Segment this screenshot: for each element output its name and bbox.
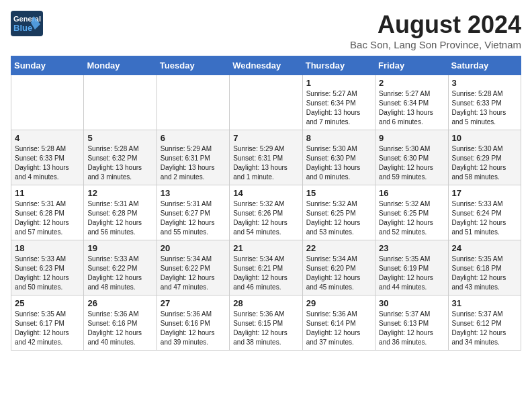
svg-text:Blue: Blue <box>13 23 32 33</box>
weekday-header-wednesday: Wednesday <box>230 56 302 75</box>
day-info: Sunrise: 5:32 AM Sunset: 6:25 PM Dayligh… <box>306 199 371 237</box>
day-info: Sunrise: 5:30 AM Sunset: 6:29 PM Dayligh… <box>452 144 517 182</box>
day-cell: 19Sunrise: 5:33 AM Sunset: 6:22 PM Dayli… <box>84 240 157 295</box>
day-cell: 29Sunrise: 5:36 AM Sunset: 6:14 PM Dayli… <box>302 295 375 351</box>
day-cell: 11Sunrise: 5:31 AM Sunset: 6:28 PM Dayli… <box>11 185 84 240</box>
weekday-header: SundayMondayTuesdayWednesdayThursdayFrid… <box>11 56 521 75</box>
weekday-header-thursday: Thursday <box>302 56 375 75</box>
day-info: Sunrise: 5:33 AM Sunset: 6:24 PM Dayligh… <box>452 199 517 237</box>
day-cell: 20Sunrise: 5:34 AM Sunset: 6:22 PM Dayli… <box>157 240 229 295</box>
day-cell <box>11 75 84 130</box>
day-number: 18 <box>15 243 80 253</box>
weekday-header-sunday: Sunday <box>11 56 84 75</box>
day-info: Sunrise: 5:34 AM Sunset: 6:21 PM Dayligh… <box>233 255 298 292</box>
weekday-header-saturday: Saturday <box>448 56 521 75</box>
day-cell: 10Sunrise: 5:30 AM Sunset: 6:29 PM Dayli… <box>448 130 521 185</box>
day-info: Sunrise: 5:30 AM Sunset: 6:30 PM Dayligh… <box>306 144 371 182</box>
day-cell: 25Sunrise: 5:35 AM Sunset: 6:17 PM Dayli… <box>11 295 84 351</box>
day-cell: 30Sunrise: 5:37 AM Sunset: 6:13 PM Dayli… <box>375 295 448 351</box>
week-row-5: 25Sunrise: 5:35 AM Sunset: 6:17 PM Dayli… <box>11 295 521 351</box>
day-number: 16 <box>379 188 444 198</box>
day-number: 11 <box>15 188 80 198</box>
day-cell: 2Sunrise: 5:27 AM Sunset: 6:34 PM Daylig… <box>375 75 448 130</box>
day-info: Sunrise: 5:28 AM Sunset: 6:32 PM Dayligh… <box>87 144 152 182</box>
day-cell <box>157 75 229 130</box>
day-number: 1 <box>306 78 371 88</box>
day-cell: 3Sunrise: 5:28 AM Sunset: 6:33 PM Daylig… <box>448 75 521 130</box>
day-cell: 14Sunrise: 5:32 AM Sunset: 6:26 PM Dayli… <box>230 185 302 240</box>
day-number: 17 <box>452 188 517 198</box>
day-number: 30 <box>379 298 444 308</box>
week-row-1: 1Sunrise: 5:27 AM Sunset: 6:34 PM Daylig… <box>11 75 521 130</box>
day-cell: 16Sunrise: 5:32 AM Sunset: 6:25 PM Dayli… <box>375 185 448 240</box>
day-number: 10 <box>452 133 517 143</box>
day-info: Sunrise: 5:32 AM Sunset: 6:26 PM Dayligh… <box>233 199 298 237</box>
day-cell: 15Sunrise: 5:32 AM Sunset: 6:25 PM Dayli… <box>302 185 375 240</box>
day-info: Sunrise: 5:28 AM Sunset: 6:33 PM Dayligh… <box>15 144 80 182</box>
day-number: 2 <box>379 78 444 88</box>
day-number: 25 <box>15 298 80 308</box>
header: General Blue August 2024 Bac Son, Lang S… <box>11 11 521 50</box>
week-row-3: 11Sunrise: 5:31 AM Sunset: 6:28 PM Dayli… <box>11 185 521 240</box>
day-info: Sunrise: 5:36 AM Sunset: 6:16 PM Dayligh… <box>161 310 226 347</box>
day-cell: 24Sunrise: 5:35 AM Sunset: 6:18 PM Dayli… <box>448 240 521 295</box>
day-info: Sunrise: 5:33 AM Sunset: 6:22 PM Dayligh… <box>87 255 152 292</box>
day-cell: 8Sunrise: 5:30 AM Sunset: 6:30 PM Daylig… <box>302 130 375 185</box>
day-cell: 21Sunrise: 5:34 AM Sunset: 6:21 PM Dayli… <box>230 240 302 295</box>
day-info: Sunrise: 5:32 AM Sunset: 6:25 PM Dayligh… <box>379 199 444 237</box>
day-number: 3 <box>452 78 517 88</box>
day-number: 31 <box>452 298 517 308</box>
day-info: Sunrise: 5:30 AM Sunset: 6:30 PM Dayligh… <box>379 144 444 182</box>
day-number: 7 <box>233 133 298 143</box>
day-cell: 1Sunrise: 5:27 AM Sunset: 6:34 PM Daylig… <box>302 75 375 130</box>
day-info: Sunrise: 5:29 AM Sunset: 6:31 PM Dayligh… <box>161 144 226 182</box>
day-info: Sunrise: 5:34 AM Sunset: 6:20 PM Dayligh… <box>306 255 371 292</box>
day-cell <box>84 75 157 130</box>
day-info: Sunrise: 5:27 AM Sunset: 6:34 PM Dayligh… <box>306 89 371 127</box>
day-number: 6 <box>161 133 226 143</box>
day-info: Sunrise: 5:34 AM Sunset: 6:22 PM Dayligh… <box>161 255 226 292</box>
day-info: Sunrise: 5:33 AM Sunset: 6:23 PM Dayligh… <box>15 255 80 292</box>
day-info: Sunrise: 5:35 AM Sunset: 6:18 PM Dayligh… <box>452 255 517 292</box>
day-info: Sunrise: 5:36 AM Sunset: 6:14 PM Dayligh… <box>306 310 371 347</box>
calendar-body: 1Sunrise: 5:27 AM Sunset: 6:34 PM Daylig… <box>11 75 521 351</box>
day-cell: 4Sunrise: 5:28 AM Sunset: 6:33 PM Daylig… <box>11 130 84 185</box>
day-info: Sunrise: 5:37 AM Sunset: 6:13 PM Dayligh… <box>379 310 444 347</box>
day-number: 24 <box>452 243 517 253</box>
day-number: 26 <box>87 298 152 308</box>
day-cell: 12Sunrise: 5:31 AM Sunset: 6:28 PM Dayli… <box>84 185 157 240</box>
day-cell: 13Sunrise: 5:31 AM Sunset: 6:27 PM Dayli… <box>157 185 229 240</box>
day-cell: 28Sunrise: 5:36 AM Sunset: 6:15 PM Dayli… <box>230 295 302 351</box>
week-row-4: 18Sunrise: 5:33 AM Sunset: 6:23 PM Dayli… <box>11 240 521 295</box>
day-info: Sunrise: 5:36 AM Sunset: 6:16 PM Dayligh… <box>87 310 152 347</box>
day-cell: 31Sunrise: 5:37 AM Sunset: 6:12 PM Dayli… <box>448 295 521 351</box>
weekday-header-tuesday: Tuesday <box>157 56 229 75</box>
day-number: 19 <box>87 243 152 253</box>
day-number: 20 <box>161 243 226 253</box>
day-cell: 9Sunrise: 5:30 AM Sunset: 6:30 PM Daylig… <box>375 130 448 185</box>
month-title: August 2024 <box>350 11 521 39</box>
day-number: 15 <box>306 188 371 198</box>
location-title: Bac Son, Lang Son Province, Vietnam <box>350 39 521 50</box>
day-number: 22 <box>306 243 371 253</box>
calendar-table: SundayMondayTuesdayWednesdayThursdayFrid… <box>11 56 521 351</box>
day-cell: 17Sunrise: 5:33 AM Sunset: 6:24 PM Dayli… <box>448 185 521 240</box>
logo: General Blue <box>11 11 43 36</box>
day-number: 5 <box>87 133 152 143</box>
day-cell: 26Sunrise: 5:36 AM Sunset: 6:16 PM Dayli… <box>84 295 157 351</box>
day-number: 4 <box>15 133 80 143</box>
day-info: Sunrise: 5:31 AM Sunset: 6:28 PM Dayligh… <box>87 199 152 237</box>
day-cell: 23Sunrise: 5:35 AM Sunset: 6:19 PM Dayli… <box>375 240 448 295</box>
day-info: Sunrise: 5:37 AM Sunset: 6:12 PM Dayligh… <box>452 310 517 347</box>
day-number: 13 <box>161 188 226 198</box>
weekday-header-monday: Monday <box>84 56 157 75</box>
day-cell: 6Sunrise: 5:29 AM Sunset: 6:31 PM Daylig… <box>157 130 229 185</box>
day-number: 23 <box>379 243 444 253</box>
weekday-header-friday: Friday <box>375 56 448 75</box>
day-cell <box>230 75 302 130</box>
day-number: 21 <box>233 243 298 253</box>
day-info: Sunrise: 5:27 AM Sunset: 6:34 PM Dayligh… <box>379 89 444 127</box>
day-number: 29 <box>306 298 371 308</box>
day-info: Sunrise: 5:35 AM Sunset: 6:19 PM Dayligh… <box>379 255 444 292</box>
day-number: 12 <box>87 188 152 198</box>
